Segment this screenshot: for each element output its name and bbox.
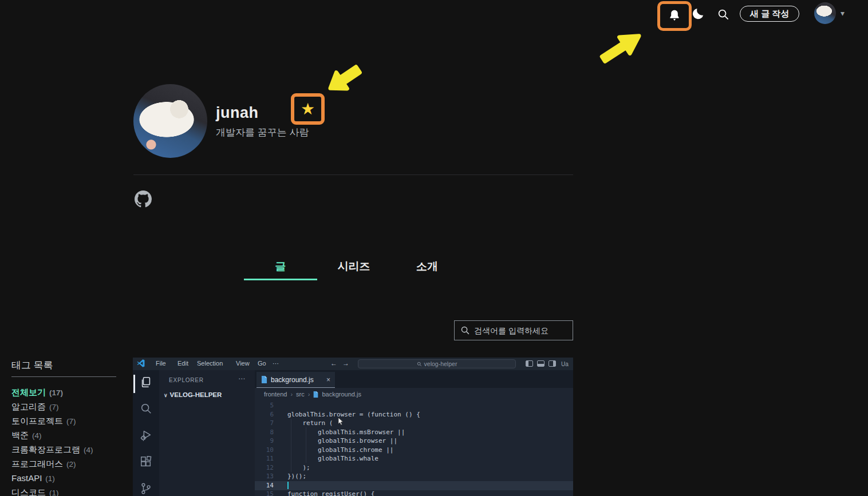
tab-about[interactable]: 소개 bbox=[390, 257, 464, 276]
code-line: 10 globalThis.chrome || bbox=[255, 446, 573, 455]
code-line: 15function registUser() { bbox=[255, 490, 573, 496]
toggle-sidebar-icon bbox=[526, 360, 533, 367]
chevron-down-icon: ∨ bbox=[164, 392, 168, 398]
profile-bio: 개발자를 꿈꾸는 사람 bbox=[216, 126, 309, 139]
velog-profile-page: 새 글 작성 ▾ junah ★ 개발자를 꿈꾸는 사람 글 시리즈 소개 태그… bbox=[0, 0, 868, 496]
search-icon bbox=[460, 326, 470, 335]
post-search-input[interactable] bbox=[474, 326, 567, 335]
tag-item[interactable]: 백준(4) bbox=[11, 430, 42, 445]
search-icon bbox=[717, 8, 730, 21]
code-line: 5 bbox=[255, 401, 573, 410]
nav-back-icon: ← bbox=[330, 359, 337, 367]
annotation-highlight-star: ★ bbox=[291, 93, 325, 125]
active-tab-indicator bbox=[244, 279, 317, 280]
extensions-icon bbox=[140, 456, 152, 469]
notifications-button[interactable] bbox=[663, 5, 686, 27]
editor-tab-background-js: background.js × bbox=[257, 372, 335, 388]
user-avatar[interactable] bbox=[814, 2, 836, 24]
toggle-panel-icon bbox=[537, 360, 545, 367]
source-control-icon bbox=[140, 482, 152, 495]
code-line: 11 globalThis.whale bbox=[255, 454, 573, 463]
tag-item[interactable]: 알고리즘(7) bbox=[11, 402, 59, 416]
tab-posts[interactable]: 글 bbox=[244, 257, 317, 276]
tag-item[interactable]: 토이프로젝트(7) bbox=[11, 416, 76, 430]
vscode-explorer-sidebar: EXPLORER ⋯ ∨VELOG-HELPER bbox=[159, 370, 255, 496]
code-line: 7 return ( bbox=[255, 419, 573, 428]
tag-list-title: 태그 목록 bbox=[11, 359, 53, 372]
menu-edit: Edit bbox=[177, 360, 188, 367]
code-line: 13})(); bbox=[255, 472, 573, 481]
annotation-arrow-to-bell bbox=[597, 31, 646, 64]
text-cursor bbox=[287, 482, 289, 489]
post-thumbnail-vscode-screenshot[interactable]: File Edit Selection View Go ⋯ ← → velog-… bbox=[133, 358, 573, 496]
menu-view: View bbox=[236, 360, 250, 367]
vscode-command-search: velog-helper bbox=[358, 359, 516, 368]
vscode-titlebar: File Edit Selection View Go ⋯ ← → velog-… bbox=[133, 358, 573, 370]
divider bbox=[133, 174, 573, 175]
file-icon bbox=[261, 376, 267, 383]
explorer-more-icon: ⋯ bbox=[238, 375, 245, 383]
code-line: 12 ); bbox=[255, 463, 573, 473]
explorer-title: EXPLORER bbox=[169, 377, 204, 383]
profile-avatar bbox=[133, 84, 207, 158]
tag-item[interactable]: 프로그래머스(2) bbox=[11, 459, 76, 473]
tag-item[interactable]: 크롬확장프로그램(4) bbox=[11, 445, 93, 459]
run-debug-icon bbox=[140, 429, 152, 442]
code-line: 6globalThis.browser = (function () { bbox=[255, 410, 573, 419]
header-search-button[interactable] bbox=[716, 7, 731, 22]
tag-item-all[interactable]: 전체보기(17) bbox=[11, 387, 63, 402]
active-code-line-highlight: 14 bbox=[255, 481, 573, 490]
toggle-secondary-sidebar-icon bbox=[549, 360, 556, 367]
nav-forward-icon: → bbox=[342, 359, 349, 367]
explorer-folder-row: ∨VELOG-HELPER bbox=[164, 391, 222, 398]
github-icon bbox=[135, 191, 152, 208]
vscode-editor: background.js × frontend› src› backgroun… bbox=[255, 370, 573, 496]
explorer-icon bbox=[140, 376, 152, 388]
new-post-button[interactable]: 새 글 작성 bbox=[740, 6, 799, 22]
search-icon bbox=[417, 362, 422, 367]
divider bbox=[11, 376, 116, 377]
moon-icon bbox=[692, 7, 705, 21]
menu-go: Go bbox=[258, 360, 266, 367]
dark-mode-toggle[interactable] bbox=[691, 6, 706, 21]
post-search-box bbox=[454, 320, 573, 340]
breadcrumb: frontend› src› background.js bbox=[264, 391, 361, 398]
menu-file: File bbox=[156, 360, 166, 367]
user-menu-caret[interactable]: ▾ bbox=[841, 9, 845, 18]
code-line: 8 globalThis.msBrowser || bbox=[255, 428, 573, 437]
github-link[interactable] bbox=[135, 191, 152, 208]
vscode-activity-bar bbox=[133, 370, 159, 496]
active-view-indicator bbox=[133, 375, 135, 393]
vscode-logo-icon bbox=[137, 359, 145, 367]
tag-item[interactable]: FastAPI(1) bbox=[11, 473, 55, 487]
profile-name: junah bbox=[216, 104, 259, 122]
search-view-icon bbox=[140, 402, 152, 415]
titlebar-right-label: Ua bbox=[561, 361, 569, 367]
file-icon bbox=[313, 391, 318, 398]
tab-series[interactable]: 시리즈 bbox=[317, 257, 390, 276]
favorite-star-button[interactable]: ★ bbox=[301, 101, 315, 117]
annotation-highlight-bell bbox=[657, 1, 692, 31]
tag-item[interactable]: 디스코드(1) bbox=[11, 487, 59, 496]
mouse-pointer-icon bbox=[338, 417, 344, 426]
menu-more: ⋯ bbox=[273, 360, 279, 367]
menu-selection: Selection bbox=[197, 360, 223, 367]
code-line: 9 globalThis.browser || bbox=[255, 437, 573, 446]
close-tab-icon: × bbox=[326, 376, 330, 384]
annotation-arrow-to-star bbox=[324, 61, 364, 97]
bell-icon bbox=[667, 9, 682, 23]
